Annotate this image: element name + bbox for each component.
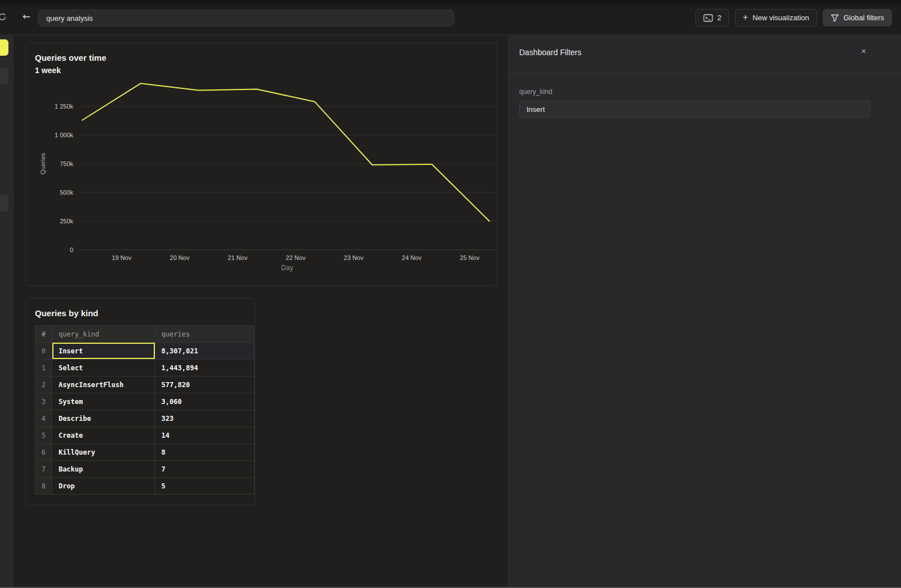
sidebar [0,35,15,587]
row-index-cell: 8 [35,478,52,495]
y-axis-tick-label: 500k [60,189,73,196]
table-row: 0Insert8,307,021 [35,343,255,360]
table-row: 1Select1,443,894 [35,360,255,376]
queries-by-kind-table: # query_kind queries 0Insert8,307,0211Se… [35,325,255,495]
x-axis-tick-label: 23 Nov [344,254,364,261]
x-axis-title: Day [281,264,293,272]
row-index-cell: 7 [35,461,52,478]
dashboard-title-input[interactable] [38,10,454,26]
table-row: 3System3,060 [35,393,255,410]
back-button[interactable]: ← [23,12,30,21]
queries-by-kind-panel: Queries by kind # query_kind queries 0In… [25,298,255,505]
query-kind-cell[interactable]: Select [52,360,155,376]
new-visualization-button[interactable]: + New visualization [735,9,817,26]
queries-value-cell[interactable]: 7 [155,461,254,478]
global-filters-button[interactable]: Global filters [823,9,892,26]
console-icon [703,14,713,22]
queries-over-time-panel: Queries over time 1 week 0250k500k750k1 … [25,43,497,286]
query-kind-cell[interactable]: Create [52,427,155,444]
row-index-cell: 0 [35,343,52,360]
table-row: 5Create14 [35,427,255,444]
query-kind-cell[interactable]: Drop [52,478,155,495]
column-header-query-kind: query_kind [52,326,155,343]
queries-over-time-chart[interactable]: 0250k500k750k1 000k1 250k19 Nov20 Nov21 … [26,43,497,285]
queries-value-cell[interactable]: 8 [155,444,254,461]
query-kind-cell[interactable]: Describe [52,410,155,427]
x-axis-tick-label: 20 Nov [170,254,190,261]
queries-series-line [82,83,489,221]
queries-value-cell[interactable]: 1,443,894 [155,360,254,376]
query-kind-cell[interactable]: AsyncInsertFlush [52,376,155,393]
sql-console-button[interactable]: 2 [695,9,729,26]
plus-icon: + [743,13,748,22]
row-index-cell: 2 [35,376,52,393]
y-axis-tick-label: 250k [60,218,73,225]
sidebar-item[interactable] [0,68,8,84]
close-icon[interactable]: × [861,47,866,55]
funnel-icon [831,14,839,22]
column-header-queries: queries [155,326,254,343]
x-axis-tick-label: 21 Nov [228,254,248,261]
refresh-icon-glyph [0,12,7,21]
table-row: 7Backup7 [35,461,255,478]
row-index-cell: 5 [35,427,52,444]
queries-value-cell[interactable]: 14 [155,427,254,444]
topbar: ← 2 + New visualization Global filters [0,5,901,35]
column-header-index: # [35,326,52,343]
queries-value-cell[interactable]: 5 [155,478,254,495]
table-row: 4Describe323 [35,410,255,427]
y-axis-tick-label: 1 000k [55,132,74,138]
y-axis-tick-label: 0 [70,246,73,253]
row-index-cell: 4 [35,410,52,427]
query-kind-filter-input[interactable] [519,101,870,118]
sidebar-item-active[interactable] [0,39,8,56]
console-count: 2 [717,14,721,22]
table-header-row: # query_kind queries [35,326,255,343]
x-axis-tick-label: 25 Nov [460,254,480,261]
topbar-actions: 2 + New visualization Global filters [695,9,892,26]
query-kind-cell[interactable]: Insert [52,343,155,360]
filters-panel-title: Dashboard Filters [519,48,582,57]
filters-panel-header: Dashboard Filters × [507,35,901,74]
queries-value-cell[interactable]: 8,307,021 [155,343,254,360]
filters-panel-body: query_kind [507,74,901,118]
chart-title: Queries over time [35,53,106,62]
queries-value-cell[interactable]: 3,060 [155,393,254,410]
x-axis-tick-label: 19 Nov [112,254,132,261]
row-index-cell: 1 [35,360,52,376]
global-filters-label: Global filters [844,14,884,22]
query-kind-cell[interactable]: Backup [52,461,155,478]
queries-value-cell[interactable]: 577,820 [155,376,254,393]
table-title: Queries by kind [35,308,99,318]
x-axis-tick-label: 22 Nov [286,254,306,261]
y-axis-tick-label: 750k [60,160,73,167]
filter-field-label: query_kind [519,88,870,96]
table-row: 8Drop5 [35,478,255,495]
new-visualization-label: New visualization [752,14,809,22]
dashboard-filters-panel: Dashboard Filters × query_kind [507,35,901,588]
query-kind-cell[interactable]: KillQuery [52,444,155,461]
table-row: 2AsyncInsertFlush577,820 [35,376,255,393]
window-top-edge [0,0,901,5]
y-axis-tick-label: 1 250k [55,103,74,110]
x-axis-tick-label: 24 Nov [402,254,422,261]
table-row: 6KillQuery8 [35,444,255,461]
chart-subtitle: 1 week [35,66,61,75]
sidebar-item[interactable] [0,194,8,212]
query-kind-cell[interactable]: System [52,393,155,410]
row-index-cell: 3 [35,393,52,410]
refresh-icon[interactable] [0,12,7,21]
row-index-cell: 6 [35,444,52,461]
y-axis-title: Queries [39,152,46,174]
queries-value-cell[interactable]: 323 [155,410,254,427]
